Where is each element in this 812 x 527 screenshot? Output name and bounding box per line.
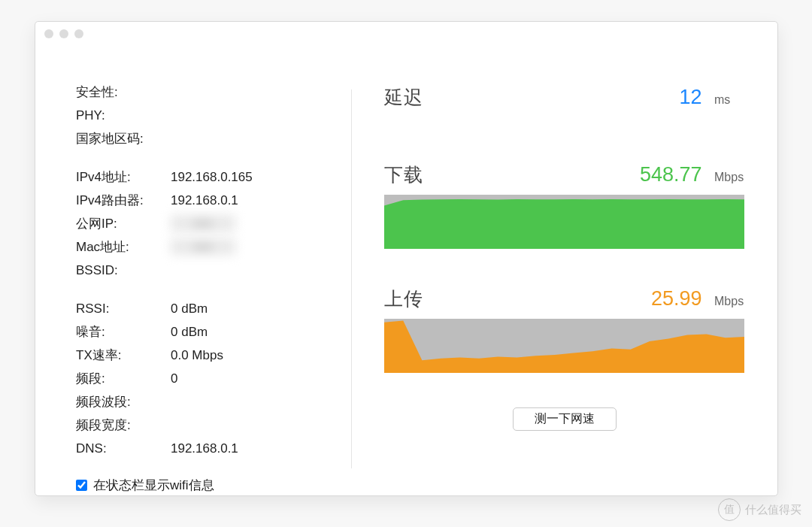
value-ipv4-addr: 192.168.0.165: [171, 165, 253, 189]
upload-section: 上传 25.99 Mbps: [384, 286, 744, 373]
download-chart: [384, 195, 744, 249]
upload-chart: [384, 319, 744, 373]
label-security: 安全性:: [76, 80, 171, 104]
value-mac: xxx: [171, 238, 235, 255]
content-area: 安全性: PHY: 国家地区码: IPv4地址: 192.168.0.165: [35, 59, 777, 495]
row-security: 安全性:: [76, 80, 336, 104]
latency-section: 延迟 12 ms: [384, 85, 744, 110]
upload-header: 上传 25.99 Mbps: [384, 286, 744, 311]
run-speedtest-button[interactable]: 测一下网速: [513, 407, 617, 431]
download-value: 548.77: [640, 163, 702, 186]
row-phy: PHY:: [76, 104, 336, 127]
statusbar-checkbox-label: 在状态栏显示wifi信息: [93, 477, 214, 494]
row-band: 频段波段:: [76, 390, 336, 413]
row-ipv4-router: IPv4路由器: 192.168.0.1: [76, 189, 336, 212]
row-bssid: BSSID:: [76, 259, 336, 282]
info-group-signal: RSSI: 0 dBm 噪音: 0 dBm TX速率: 0.0 Mbps 频段:…: [76, 297, 336, 460]
download-readout: 548.77 Mbps: [640, 163, 744, 186]
zoom-icon[interactable]: [74, 29, 83, 38]
row-noise: 噪音: 0 dBm: [76, 320, 336, 344]
value-public-ip: xxx: [171, 215, 235, 232]
label-noise: 噪音:: [76, 320, 171, 344]
label-mac: Mac地址:: [76, 235, 171, 259]
label-ipv4-addr: IPv4地址:: [76, 165, 171, 189]
label-bssid: BSSID:: [76, 259, 171, 282]
latency-unit: ms: [714, 93, 744, 107]
speedtest-pane: 延迟 12 ms 下载 548.77 Mbps: [351, 59, 777, 495]
label-rssi: RSSI:: [76, 297, 171, 320]
upload-readout: 25.99 Mbps: [651, 287, 744, 310]
minimize-icon[interactable]: [59, 29, 68, 38]
row-mac: Mac地址: xxx: [76, 235, 336, 259]
value-tx: 0.0 Mbps: [171, 344, 223, 367]
row-tx: TX速率: 0.0 Mbps: [76, 344, 336, 367]
window-controls: [44, 29, 83, 38]
download-title: 下载: [384, 162, 423, 187]
label-width: 频段宽度:: [76, 413, 171, 437]
label-band: 频段波段:: [76, 390, 171, 413]
value-dns: 192.168.0.1: [171, 437, 238, 460]
upload-title: 上传: [384, 286, 423, 311]
upload-unit: Mbps: [714, 295, 744, 308]
row-channel: 频段: 0: [76, 367, 336, 390]
value-channel: 0: [171, 367, 177, 390]
download-unit: Mbps: [714, 171, 744, 184]
watermark-text: 什么值得买: [745, 503, 801, 517]
latency-header: 延迟 12 ms: [384, 85, 744, 110]
latency-readout: 12 ms: [680, 86, 745, 109]
latency-title: 延迟: [384, 85, 423, 110]
label-dns: DNS:: [76, 437, 171, 460]
upload-value: 25.99: [651, 287, 702, 310]
label-ipv4-router: IPv4路由器:: [76, 189, 171, 212]
info-group-link: 安全性: PHY: 国家地区码:: [76, 80, 336, 150]
row-rssi: RSSI: 0 dBm: [76, 297, 336, 320]
latency-value: 12: [680, 86, 702, 108]
app-window: 安全性: PHY: 国家地区码: IPv4地址: 192.168.0.165: [35, 21, 778, 496]
row-width: 频段宽度:: [76, 413, 336, 437]
label-public-ip: 公网IP:: [76, 212, 171, 235]
value-ipv4-router: 192.168.0.1: [171, 189, 238, 212]
label-country: 国家地区码:: [76, 127, 171, 150]
label-tx: TX速率:: [76, 344, 171, 367]
row-ipv4-addr: IPv4地址: 192.168.0.165: [76, 165, 336, 189]
label-phy: PHY:: [76, 104, 171, 127]
row-public-ip: 公网IP: xxx: [76, 212, 336, 235]
download-section: 下载 548.77 Mbps: [384, 162, 744, 249]
row-country: 国家地区码:: [76, 127, 336, 150]
statusbar-checkbox-row[interactable]: 在状态栏显示wifi信息: [76, 477, 336, 494]
close-icon[interactable]: [44, 29, 53, 38]
watermark: 值 什么值得买: [718, 498, 801, 521]
download-header: 下载 548.77 Mbps: [384, 162, 744, 187]
watermark-badge-icon: 值: [718, 498, 741, 521]
statusbar-checkbox[interactable]: [76, 480, 87, 491]
row-dns: DNS: 192.168.0.1: [76, 437, 336, 460]
info-group-address: IPv4地址: 192.168.0.165 IPv4路由器: 192.168.0…: [76, 165, 336, 282]
value-noise: 0 dBm: [171, 320, 208, 344]
network-info-pane: 安全性: PHY: 国家地区码: IPv4地址: 192.168.0.165: [35, 59, 351, 495]
value-rssi: 0 dBm: [171, 297, 208, 320]
label-channel: 频段:: [76, 367, 171, 390]
